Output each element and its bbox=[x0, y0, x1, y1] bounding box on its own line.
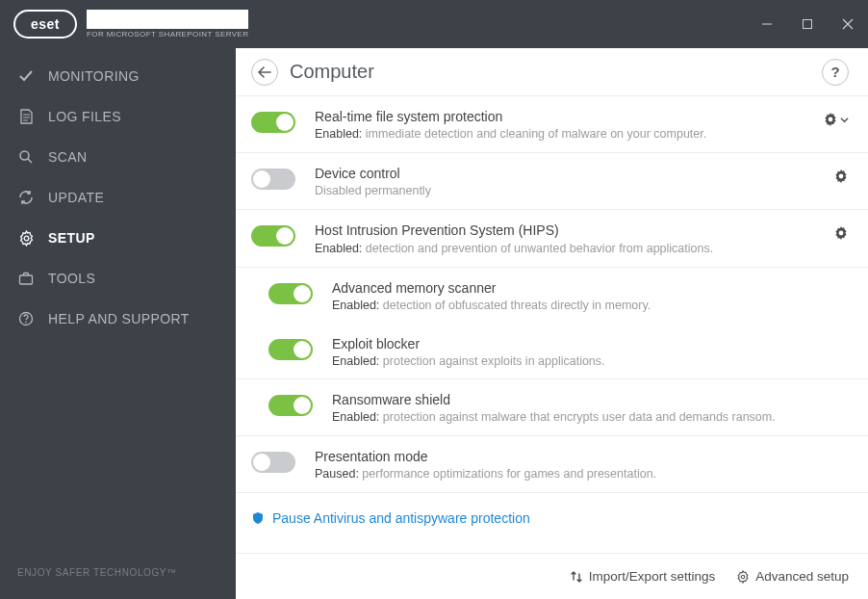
setting-desc: Disabled permanently bbox=[315, 184, 822, 197]
app-title-sub: FOR MICROSOFT SHAREPOINT SERVER bbox=[87, 31, 248, 39]
sidebar-item-setup[interactable]: SETUP bbox=[0, 218, 236, 258]
maximize-icon bbox=[802, 18, 813, 30]
search-icon bbox=[17, 148, 35, 166]
setting-text: Ransomware shieldEnabled: protection aga… bbox=[332, 391, 849, 424]
svg-rect-4 bbox=[20, 275, 33, 284]
setting-text: Host Intrusion Prevention System (HIPS)E… bbox=[315, 221, 822, 254]
setting-desc: Enabled: protection against malware that… bbox=[332, 410, 849, 424]
app-title: SECURITY FOR MICROSOFT SHAREPOINT SERVER bbox=[87, 10, 248, 39]
toggle-presentation[interactable] bbox=[251, 452, 295, 473]
import-export-icon bbox=[570, 570, 583, 584]
setting-text: Real-time file system protectionEnabled:… bbox=[315, 108, 811, 141]
toggle-ransom[interactable] bbox=[268, 395, 313, 416]
toggle-knob bbox=[276, 114, 294, 131]
setting-title: Presentation mode bbox=[315, 448, 849, 465]
toggle-knob bbox=[294, 341, 311, 358]
setting-desc-text: performance optimizations for games and … bbox=[362, 467, 656, 481]
svg-point-7 bbox=[829, 117, 833, 122]
sidebar: MONITORING LOG FILES SCAN UPDATE SETUP T… bbox=[0, 48, 236, 599]
svg-point-9 bbox=[839, 231, 844, 236]
titlebar: eset SECURITY FOR MICROSOFT SHAREPOINT S… bbox=[0, 0, 868, 48]
back-button[interactable] bbox=[251, 59, 278, 86]
pause-protection-link[interactable]: Pause Antivirus and antispyware protecti… bbox=[236, 493, 868, 526]
settings-gear-device[interactable] bbox=[822, 165, 849, 184]
toggle-knob bbox=[276, 227, 294, 245]
setting-title: Real-time file system protection bbox=[315, 108, 811, 125]
setting-status: Enabled: bbox=[315, 242, 362, 255]
setting-text: Device controlDisabled permanently bbox=[315, 165, 822, 197]
advanced-setup-link[interactable]: Advanced setup bbox=[736, 569, 849, 584]
sidebar-item-label: LOG FILES bbox=[48, 109, 121, 124]
settings-gear-hips[interactable] bbox=[822, 221, 849, 241]
setting-row-ransom: Ransomware shieldEnabled: protection aga… bbox=[236, 378, 868, 436]
page-header: Computer ? bbox=[236, 48, 868, 96]
setting-row-device: Device controlDisabled permanently bbox=[236, 152, 868, 210]
arrow-left-icon bbox=[258, 66, 271, 78]
maximize-button[interactable] bbox=[787, 0, 828, 48]
setting-desc: Enabled: immediate detection and cleanin… bbox=[315, 127, 811, 141]
sidebar-item-tools[interactable]: TOOLS bbox=[0, 258, 236, 299]
toggle-exploit[interactable] bbox=[268, 339, 313, 360]
import-export-label: Import/Export settings bbox=[589, 569, 715, 584]
sidebar-item-update[interactable]: UPDATE bbox=[0, 177, 236, 218]
sidebar-item-label: SCAN bbox=[48, 149, 88, 165]
svg-point-3 bbox=[24, 236, 29, 241]
setting-status: Enabled: bbox=[332, 354, 379, 368]
gear-icon bbox=[833, 225, 849, 241]
setting-title: Exploit blocker bbox=[332, 335, 849, 352]
toggle-hips[interactable] bbox=[251, 225, 295, 247]
sidebar-item-scan[interactable]: SCAN bbox=[0, 137, 236, 177]
chevron-down-icon bbox=[840, 116, 849, 124]
help-button[interactable]: ? bbox=[822, 59, 849, 86]
svg-rect-1 bbox=[804, 20, 812, 29]
import-export-link[interactable]: Import/Export settings bbox=[570, 569, 715, 584]
sidebar-item-label: SETUP bbox=[48, 230, 95, 246]
document-icon bbox=[17, 108, 35, 125]
svg-point-2 bbox=[20, 151, 29, 160]
window-controls bbox=[747, 0, 868, 48]
shield-icon bbox=[251, 511, 265, 525]
main-panel: Computer ? Real-time file system protect… bbox=[236, 48, 868, 599]
setting-title: Device control bbox=[315, 165, 822, 182]
toggle-knob bbox=[253, 454, 270, 471]
gear-icon bbox=[736, 570, 750, 584]
close-button[interactable] bbox=[828, 0, 868, 48]
sidebar-item-label: TOOLS bbox=[48, 271, 95, 286]
toggle-realtime[interactable] bbox=[251, 112, 295, 133]
setting-title: Advanced memory scanner bbox=[332, 279, 849, 297]
setting-row-realtime: Real-time file system protectionEnabled:… bbox=[236, 95, 868, 153]
setting-desc: Enabled: detection of obfuscated threats… bbox=[332, 299, 849, 312]
svg-point-8 bbox=[839, 174, 844, 179]
toggle-device[interactable] bbox=[251, 169, 295, 190]
settings-list: Real-time file system protectionEnabled:… bbox=[236, 96, 868, 493]
sidebar-item-logfiles[interactable]: LOG FILES bbox=[0, 96, 236, 137]
setting-desc: Enabled: protection against exploits in … bbox=[332, 354, 849, 368]
setting-row-hips: Host Intrusion Prevention System (HIPS)E… bbox=[236, 209, 868, 267]
setting-desc-text: protection against malware that encrypts… bbox=[383, 410, 776, 424]
nav-list: MONITORING LOG FILES SCAN UPDATE SETUP T… bbox=[0, 48, 236, 339]
gear-icon bbox=[823, 112, 838, 127]
sidebar-item-monitoring[interactable]: MONITORING bbox=[0, 56, 236, 96]
briefcase-icon bbox=[17, 270, 35, 287]
setting-title: Host Intrusion Prevention System (HIPS) bbox=[315, 221, 822, 239]
svg-rect-0 bbox=[762, 24, 772, 25]
close-icon bbox=[842, 18, 854, 30]
toggle-knob bbox=[294, 397, 311, 414]
advanced-setup-label: Advanced setup bbox=[755, 569, 849, 584]
sidebar-item-help[interactable]: HELP AND SUPPORT bbox=[0, 299, 236, 339]
app-title-main: SECURITY bbox=[87, 10, 248, 29]
minimize-button[interactable] bbox=[747, 0, 787, 48]
setting-desc: Enabled: detection and prevention of unw… bbox=[315, 242, 822, 255]
setting-status: Enabled: bbox=[332, 410, 379, 424]
toggle-knob bbox=[294, 285, 311, 302]
setting-text: Exploit blockerEnabled: protection again… bbox=[332, 335, 849, 368]
toggle-knob bbox=[253, 170, 270, 188]
setting-desc-text: protection against exploits in applicati… bbox=[383, 354, 605, 368]
toggle-ams[interactable] bbox=[268, 283, 313, 304]
setting-desc: Paused: performance optimizations for ga… bbox=[315, 467, 849, 481]
settings-gear-realtime[interactable] bbox=[811, 108, 849, 127]
help-icon bbox=[17, 310, 35, 327]
sidebar-item-label: UPDATE bbox=[48, 190, 104, 205]
setting-text: Advanced memory scannerEnabled: detectio… bbox=[332, 279, 849, 312]
setting-status: Enabled: bbox=[315, 127, 362, 141]
